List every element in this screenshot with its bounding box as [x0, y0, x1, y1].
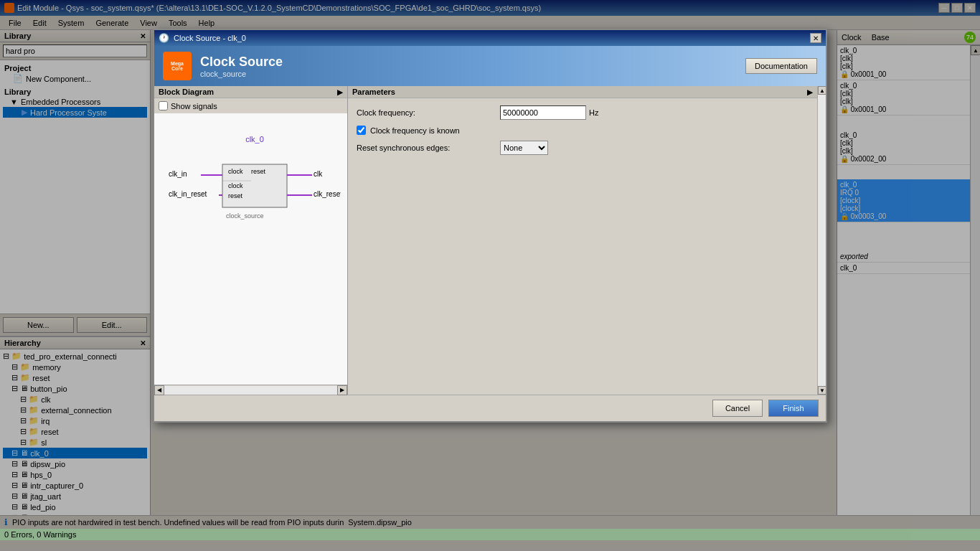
- clock-known-check: Clock frequency is known: [357, 126, 460, 135]
- bd-scroll-track: [164, 386, 337, 395]
- documentation-button[interactable]: Documentation: [745, 58, 817, 74]
- reset-sync-select[interactable]: None Deassert Assert: [500, 141, 548, 155]
- block-diagram-inner: clk_0 clk_in clk_in_reset clock: [169, 135, 341, 241]
- svg-text:clk: clk: [314, 170, 323, 178]
- finish-button[interactable]: Finish: [768, 400, 819, 417]
- clock-freq-label: Clock frequency:: [357, 108, 500, 117]
- bd-scroll-right[interactable]: ▶: [337, 385, 347, 395]
- parameters-header: Parameters ▶: [348, 86, 817, 98]
- clk-label: clk_0: [169, 135, 341, 143]
- block-diagram-svg: clk_in clk_in_reset clock clock reset re…: [169, 146, 341, 240]
- svg-text:clock: clock: [228, 168, 243, 175]
- clock-known-checkbox[interactable]: [357, 126, 366, 135]
- component-type: clock_source: [200, 70, 283, 78]
- show-signals-row: Show signals: [154, 98, 347, 113]
- dialog-close-button[interactable]: ✕: [810, 33, 821, 43]
- dialog-body: Block Diagram ▶ Show signals clk_0 clk_i…: [154, 86, 826, 395]
- dialog-left-panel: Block Diagram ▶ Show signals clk_0 clk_i…: [154, 86, 348, 395]
- clock-frequency-input[interactable]: [500, 105, 586, 120]
- dialog-footer: Cancel Finish: [154, 395, 826, 421]
- dialog-right-panel: Parameters ▶ Clock frequency: Hz: [348, 86, 817, 395]
- parameters-body: Clock frequency: Hz Clock frequency is k…: [348, 98, 817, 395]
- dialog-title: Clock Source - clk_0: [174, 34, 810, 42]
- clock-source-dialog: 🕐 Clock Source - clk_0 ✕ MegaCore Clock …: [153, 29, 827, 423]
- svg-text:clk_in_reset: clk_in_reset: [169, 190, 207, 198]
- params-expand[interactable]: ▶: [807, 88, 813, 96]
- svg-text:reset: reset: [228, 192, 243, 199]
- block-diagram-expand[interactable]: ▶: [337, 88, 343, 96]
- svg-text:clock_source: clock_source: [226, 212, 264, 220]
- dialog-scroll-down[interactable]: ▼: [818, 386, 826, 395]
- bd-scroll-left[interactable]: ◀: [154, 385, 164, 395]
- dialog-title-bar: 🕐 Clock Source - clk_0 ✕: [154, 30, 826, 46]
- block-diagram-hscroll: ◀ ▶: [154, 385, 347, 395]
- show-signals-checkbox[interactable]: [159, 101, 168, 110]
- svg-text:clk_in: clk_in: [169, 170, 187, 178]
- clock-known-label: Clock frequency is known: [370, 126, 460, 135]
- dialog-header: MegaCore Clock Source clock_source Docum…: [154, 46, 826, 86]
- block-diagram-title: Block Diagram: [159, 88, 214, 96]
- show-signals-label: Show signals: [171, 102, 217, 110]
- clock-freq-input-group: Hz: [500, 105, 598, 120]
- svg-text:clock: clock: [228, 182, 243, 189]
- cancel-button[interactable]: Cancel: [712, 400, 763, 417]
- reset-sync-label: Reset synchronous edges:: [357, 143, 500, 152]
- svg-text:reset: reset: [251, 168, 266, 175]
- svg-text:clk_reset: clk_reset: [314, 190, 341, 198]
- parameters-title: Parameters: [352, 88, 395, 96]
- clock-frequency-row: Clock frequency: Hz: [357, 105, 809, 120]
- reset-sync-dropdown: None Deassert Assert: [500, 141, 548, 155]
- clock-freq-unit: Hz: [589, 108, 598, 117]
- dialog-overlay: 🕐 Clock Source - clk_0 ✕ MegaCore Clock …: [0, 0, 980, 551]
- dialog-header-text: Clock Source clock_source: [200, 55, 283, 78]
- block-diagram-area: clk_0 clk_in clk_in_reset clock: [154, 113, 347, 385]
- component-name: Clock Source: [200, 55, 283, 70]
- dialog-scroll-track: [818, 95, 826, 386]
- dialog-vscroll: ▲ ▼: [817, 86, 826, 395]
- dialog-icon: 🕐: [159, 33, 169, 43]
- reset-sync-row: Reset synchronous edges: None Deassert A…: [357, 141, 809, 155]
- dialog-scroll-up[interactable]: ▲: [818, 86, 826, 95]
- megacore-logo: MegaCore: [163, 52, 192, 80]
- clock-known-row: Clock frequency is known: [357, 126, 809, 135]
- block-diagram-header: Block Diagram ▶: [154, 86, 347, 98]
